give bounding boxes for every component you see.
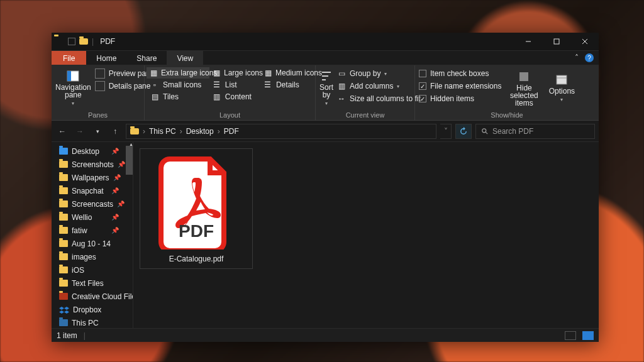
qat-icon[interactable]	[68, 38, 75, 45]
svg-rect-5	[67, 71, 71, 81]
search-icon	[481, 128, 489, 135]
search-input[interactable]: Search PDF	[475, 124, 595, 139]
folder-icon	[130, 128, 139, 134]
thumbnails-view-toggle[interactable]	[582, 331, 594, 340]
scrollbar-thumb[interactable]	[126, 146, 133, 175]
chevron-down-icon: ▾	[72, 100, 74, 107]
sidebar-item[interactable]: Creative Cloud Files	[52, 290, 133, 303]
pin-icon: 📌	[111, 214, 133, 221]
pin-icon: 📌	[111, 227, 133, 234]
tab-view[interactable]: View	[167, 51, 203, 65]
refresh-button[interactable]	[455, 124, 472, 139]
sidebar-item-label: iOS	[72, 266, 84, 275]
folder-icon	[59, 253, 68, 260]
ribbon-view: Navigation pane ▾ Preview pane Details p…	[52, 65, 599, 121]
crumb-pdf[interactable]: PDF	[224, 127, 239, 136]
tab-file[interactable]: File	[52, 51, 86, 65]
layout-small[interactable]: ▫Small icons	[147, 79, 209, 90]
collapse-ribbon-icon[interactable]: ˄	[575, 53, 579, 62]
chevron-down-icon: ▾	[325, 100, 328, 107]
sidebar-item-label: Wellio	[72, 213, 92, 222]
file-item[interactable]: PDF E-Catalogue.pdf	[140, 148, 253, 269]
sidebar-item-label: Desktop	[72, 147, 99, 156]
search-placeholder: Search PDF	[492, 127, 533, 136]
layout-tiles[interactable]: ▤Tiles	[147, 91, 209, 102]
forward-button[interactable]: →	[73, 127, 87, 136]
options-button[interactable]: Options ▾	[547, 68, 577, 109]
file-area[interactable]: PDF E-Catalogue.pdf	[133, 142, 599, 328]
pin-icon: 📌	[111, 187, 133, 194]
folder-icon	[59, 280, 68, 287]
back-button[interactable]: ←	[55, 127, 69, 136]
folder-icon	[59, 148, 68, 155]
layout-content[interactable]: ▥Content	[209, 91, 260, 102]
layout-details[interactable]: ☰Details	[260, 79, 313, 90]
svg-text:PDF: PDF	[179, 221, 214, 241]
file-ext-toggle[interactable]: ✓File name extensions	[419, 80, 501, 92]
folder-icon	[59, 200, 68, 207]
explorer-window: | PDF File Home Share View ˄ ?	[52, 33, 599, 342]
titlebar: | PDF	[52, 33, 599, 50]
svg-rect-6	[519, 72, 528, 81]
address-bar[interactable]: › This PC › Desktop › PDF	[126, 124, 436, 139]
details-icon: ☰	[264, 80, 272, 89]
address-history-button[interactable]: ˅	[440, 124, 452, 139]
maximize-button[interactable]	[542, 33, 570, 50]
layout-extra-large[interactable]: ▦Extra large icons	[147, 67, 209, 79]
svg-line-10	[486, 132, 487, 134]
folder-icon	[59, 214, 68, 221]
hide-selected-button[interactable]: Hide selected items	[505, 68, 543, 109]
content-icon: ▥	[213, 92, 221, 101]
sidebar-item[interactable]: Snapchat📌	[52, 184, 133, 197]
up-button[interactable]: ↑	[108, 127, 122, 136]
preview-pane-icon	[95, 69, 105, 79]
crumb-desktop[interactable]: Desktop	[186, 127, 214, 136]
item-checkboxes-toggle[interactable]: Item check boxes	[419, 68, 501, 79]
tab-home[interactable]: Home	[86, 51, 126, 65]
sidebar-item[interactable]: images	[52, 250, 133, 263]
folder-icon	[59, 319, 68, 326]
sidebar-item[interactable]: Wellio📌	[52, 211, 133, 224]
sidebar-item[interactable]: Wallpapers📌	[52, 171, 133, 184]
add-columns-button[interactable]: ▥Add columns ▾	[337, 80, 421, 92]
folder-icon	[79, 38, 88, 45]
file-name: E-Catalogue.pdf	[145, 255, 247, 263]
sort-by-button[interactable]: Sort by ▾	[319, 68, 333, 109]
sidebar-item[interactable]: Text Files	[52, 277, 133, 290]
sidebar-item-label: Dropbox	[73, 305, 101, 314]
sidebar-item[interactable]: Screencasts📌	[52, 197, 133, 211]
group-by-button[interactable]: ▭Group by ▾	[337, 68, 421, 79]
sidebar-item-label: Creative Cloud Files	[72, 292, 133, 301]
layout-large[interactable]: ▦Large icons	[209, 67, 261, 79]
tab-share[interactable]: Share	[126, 51, 167, 65]
recent-locations-button[interactable]: ▾	[91, 128, 104, 134]
folder-small-icon	[54, 36, 64, 47]
options-icon	[555, 74, 568, 86]
minimize-button[interactable]	[514, 33, 542, 50]
sidebar-item[interactable]: This PC	[52, 316, 133, 328]
status-text: 1 item	[57, 331, 77, 340]
group-label-currentview: Current view	[316, 111, 414, 120]
sidebar-item[interactable]: fatiw📌	[52, 224, 133, 237]
close-button[interactable]	[570, 33, 599, 50]
details-view-toggle[interactable]	[565, 331, 576, 340]
sidebar-item[interactable]: iOS	[52, 263, 133, 277]
hidden-items-toggle[interactable]: ✓Hidden items	[419, 93, 501, 104]
help-icon[interactable]: ?	[585, 53, 594, 62]
svg-rect-1	[554, 39, 559, 44]
sidebar-item[interactable]: Aug 10 - 14	[52, 237, 133, 250]
sidebar-item-label: Aug 10 - 14	[72, 239, 111, 248]
list-icon: ☰	[213, 80, 221, 89]
svg-point-9	[482, 128, 486, 132]
layout-list[interactable]: ☰List	[209, 79, 260, 90]
sidebar-item[interactable]: Dropbox	[52, 303, 133, 316]
crumb-thispc[interactable]: This PC	[149, 127, 176, 136]
layout-medium[interactable]: ▦Medium icons	[261, 67, 315, 79]
navigation-pane-button[interactable]: Navigation pane ▾	[55, 68, 91, 109]
sidebar-item[interactable]: Desktop📌	[52, 145, 133, 158]
size-columns-button[interactable]: ↔Size all columns to fit	[337, 93, 421, 104]
sidebar-item[interactable]: Screenshots📌	[52, 158, 133, 171]
tiles-icon: ▤	[150, 92, 159, 101]
sidebar: Desktop📌Screenshots📌Wallpapers📌Snapchat📌…	[52, 142, 133, 328]
svg-rect-7	[557, 75, 567, 84]
